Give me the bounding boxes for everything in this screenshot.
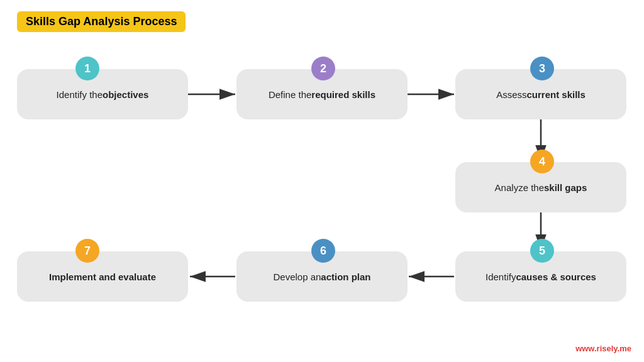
process-box-1: Identify the objectives [17,69,188,119]
step-number-2: 2 [311,57,335,80]
step-number-7: 7 [75,239,99,263]
step-number-6: 6 [311,239,335,263]
step-number-1: 1 [75,57,99,80]
step-number-5: 5 [530,239,554,263]
watermark: www.risely.me [575,344,631,353]
page-title: Skills Gap Analysis Process [17,11,186,32]
process-box-7: Implement and evaluate [17,251,188,302]
step-number-3: 3 [530,57,554,80]
step-number-4: 4 [530,150,554,173]
